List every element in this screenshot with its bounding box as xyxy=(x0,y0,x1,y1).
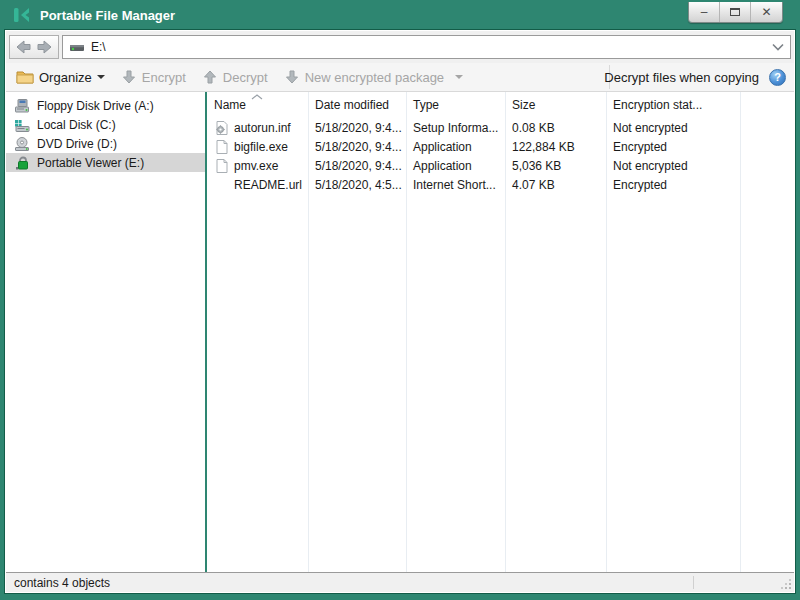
file-size: 4.07 KB xyxy=(505,178,606,192)
file-type: Setup Informa... xyxy=(406,121,505,135)
minimize-icon: – xyxy=(701,5,708,19)
sidebar-item-floppy-a[interactable]: Floppy Disk Drive (A:) xyxy=(6,96,205,115)
toolbar-right-section: Decrypt files when copying ? xyxy=(604,63,786,91)
file-icon xyxy=(214,139,230,155)
file-type: Application xyxy=(406,159,505,173)
new-encrypted-package-label: New encrypted package xyxy=(305,70,444,85)
help-glyph: ? xyxy=(774,71,781,83)
file-row-autorun[interactable]: autorun.inf 5/18/2020, 9:4... Setup Info… xyxy=(207,118,794,137)
file-encryption-status: Not encrypted xyxy=(606,121,740,135)
arrow-up-icon xyxy=(202,69,218,85)
column-header-name[interactable]: Name xyxy=(207,98,308,112)
window-controls: – ✕ xyxy=(688,2,783,23)
sidebar-item-label: DVD Drive (D:) xyxy=(37,137,117,151)
back-button[interactable] xyxy=(15,39,32,55)
status-separator xyxy=(693,576,694,589)
address-bar[interactable]: E:\ xyxy=(62,35,791,59)
window-body: E:\ Organize Encrypt xyxy=(5,30,795,593)
file-row-pmv[interactable]: pmv.exe 5/18/2020, 9:4... Application 5,… xyxy=(207,156,794,175)
sidebar-item-portable-e[interactable]: Portable Viewer (E:) xyxy=(6,153,205,172)
new-encrypted-package-dropdown-icon xyxy=(455,75,463,79)
file-name: bigfile.exe xyxy=(234,140,288,154)
minimize-button[interactable]: – xyxy=(689,2,720,22)
file-icon xyxy=(214,158,230,174)
file-list: Name Date modified Type Size Encryption … xyxy=(207,92,794,572)
organize-dropdown-icon xyxy=(97,75,105,79)
encrypt-button[interactable]: Encrypt xyxy=(121,69,186,85)
maximize-icon xyxy=(730,8,740,16)
help-icon[interactable]: ? xyxy=(769,69,786,86)
resize-grip[interactable] xyxy=(780,578,792,590)
file-encryption-status: Encrypted xyxy=(606,178,740,192)
file-date: 5/18/2020, 4:5... xyxy=(308,178,406,192)
sidebar-item-label: Floppy Disk Drive (A:) xyxy=(37,99,154,113)
nav-buttons xyxy=(9,35,59,59)
close-button[interactable]: ✕ xyxy=(751,2,782,22)
maximize-button[interactable] xyxy=(720,2,751,22)
decrypt-button[interactable]: Decrypt xyxy=(202,69,268,85)
file-date: 5/18/2020, 9:4... xyxy=(308,140,406,154)
new-encrypted-package-button[interactable]: New encrypted package xyxy=(284,69,463,85)
toolbar: Organize Encrypt Decrypt New encrypted xyxy=(6,63,794,92)
kaspersky-logo-icon xyxy=(12,5,32,25)
decrypt-label: Decrypt xyxy=(223,70,268,85)
file-type: Application xyxy=(406,140,505,154)
floppy-drive-icon xyxy=(14,98,30,114)
file-name: pmv.exe xyxy=(234,159,278,173)
sidebar-item-label: Local Disk (C:) xyxy=(37,118,116,132)
window-title: Portable File Manager xyxy=(40,8,175,23)
file-encryption-status: Encrypted xyxy=(606,140,740,154)
file-size: 5,036 KB xyxy=(505,159,606,173)
column-header-type[interactable]: Type xyxy=(406,98,505,112)
lock-icon xyxy=(14,155,30,171)
arrow-down-icon xyxy=(284,69,300,85)
organize-label: Organize xyxy=(39,70,92,85)
file-encryption-status: Not encrypted xyxy=(606,159,740,173)
navigation-bar: E:\ xyxy=(6,31,794,63)
column-header-date-modified[interactable]: Date modified xyxy=(308,98,406,112)
title-bar[interactable]: Portable File Manager – ✕ xyxy=(0,0,800,30)
sidebar-item-local-c[interactable]: Local Disk (C:) xyxy=(6,115,205,134)
column-header-encryption-status[interactable]: Encryption stat... xyxy=(606,98,740,112)
folder-icon xyxy=(16,70,34,84)
drive-icon xyxy=(69,42,85,53)
forward-button[interactable] xyxy=(36,39,53,55)
status-text: contains 4 objects xyxy=(14,576,110,590)
hard-disk-icon xyxy=(14,117,30,133)
main-area: Floppy Disk Drive (A:) xyxy=(6,92,794,572)
encrypt-label: Encrypt xyxy=(142,70,186,85)
sidebar-item-label: Portable Viewer (E:) xyxy=(37,156,144,170)
file-type: Internet Short... xyxy=(406,178,505,192)
sidebar-item-dvd-d[interactable]: DVD Drive (D:) xyxy=(6,134,205,153)
address-dropdown-icon[interactable] xyxy=(772,43,784,51)
file-row-readme[interactable]: README.url 5/18/2020, 4:5... Internet Sh… xyxy=(207,175,794,194)
status-bar: contains 4 objects xyxy=(6,572,794,592)
setup-file-icon xyxy=(214,120,230,136)
file-name: README.url xyxy=(234,178,302,192)
address-text: E:\ xyxy=(91,40,106,54)
file-date: 5/18/2020, 9:4... xyxy=(308,121,406,135)
list-header: Name Date modified Type Size Encryption … xyxy=(207,92,794,118)
drive-sidebar: Floppy Disk Drive (A:) xyxy=(6,92,205,572)
organize-button[interactable]: Organize xyxy=(16,70,105,85)
close-icon: ✕ xyxy=(761,5,771,19)
blank-icon-placeholder xyxy=(214,177,230,193)
file-size: 122,884 KB xyxy=(505,140,606,154)
file-date: 5/18/2020, 9:4... xyxy=(308,159,406,173)
arrow-down-icon xyxy=(121,69,137,85)
portable-file-manager-window: Portable File Manager – ✕ xyxy=(0,0,800,600)
dvd-drive-icon xyxy=(14,136,30,152)
file-size: 0.08 KB xyxy=(505,121,606,135)
decrypt-when-copying-label: Decrypt files when copying xyxy=(604,70,759,85)
file-name: autorun.inf xyxy=(234,121,291,135)
column-header-size[interactable]: Size xyxy=(505,98,606,112)
sort-ascending-icon xyxy=(251,94,263,100)
file-row-bigfile[interactable]: bigfile.exe 5/18/2020, 9:4... Applicatio… xyxy=(207,137,794,156)
